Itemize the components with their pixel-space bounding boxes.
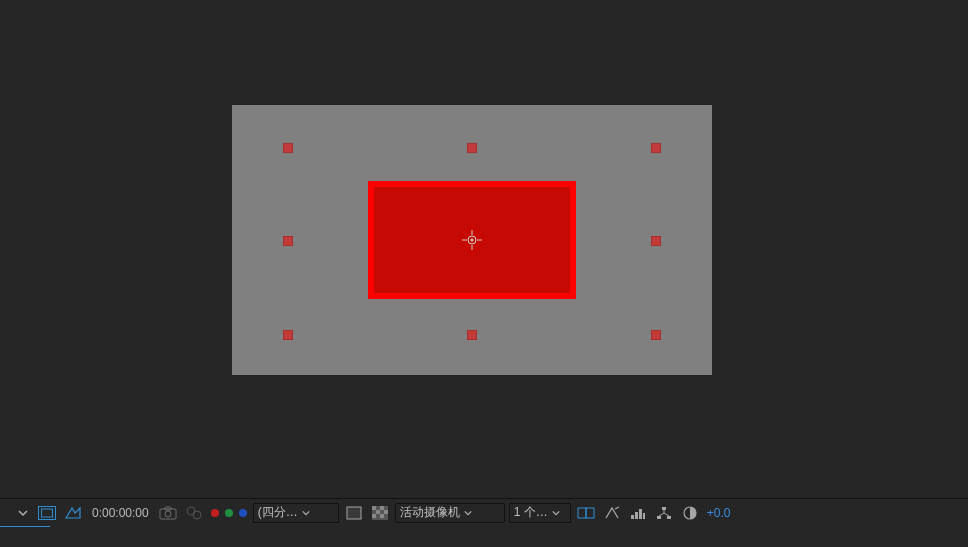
svg-rect-14 xyxy=(347,507,361,519)
cached-preview-line xyxy=(0,526,50,527)
svg-rect-24 xyxy=(631,515,634,519)
view-layout-dropdown[interactable]: 1 个… xyxy=(509,503,571,523)
active-camera-dropdown[interactable]: 活动摄像机 xyxy=(395,503,505,523)
handle-mr[interactable] xyxy=(651,236,661,246)
svg-point-11 xyxy=(187,507,195,515)
svg-line-32 xyxy=(659,513,664,516)
handle-bc[interactable] xyxy=(467,330,477,340)
handle-br[interactable] xyxy=(651,330,661,340)
svg-rect-25 xyxy=(635,512,638,519)
pixel-aspect-icon[interactable] xyxy=(575,502,597,524)
svg-rect-23 xyxy=(586,508,594,518)
mask-visibility-icon[interactable] xyxy=(62,502,84,524)
magnification-dropdown[interactable] xyxy=(14,503,32,523)
svg-line-33 xyxy=(664,513,669,516)
svg-rect-19 xyxy=(384,510,388,514)
handle-ml[interactable] xyxy=(283,236,293,246)
resolution-label: (四分… xyxy=(258,504,298,521)
svg-point-10 xyxy=(165,511,171,517)
svg-rect-21 xyxy=(380,514,384,518)
handle-tl[interactable] xyxy=(283,143,293,153)
show-snapshot-icon[interactable] xyxy=(183,502,205,524)
timeline-strip xyxy=(0,526,968,547)
active-camera-label: 活动摄像机 xyxy=(400,504,460,521)
chevron-down-icon xyxy=(302,509,310,517)
exposure-reset-icon[interactable] xyxy=(679,502,701,524)
current-time[interactable]: 0:00:00:00 xyxy=(88,506,153,520)
flowchart-icon[interactable] xyxy=(653,502,675,524)
svg-rect-27 xyxy=(643,513,645,519)
red-channel-icon[interactable] xyxy=(211,509,219,517)
svg-rect-7 xyxy=(42,509,53,517)
composition-canvas[interactable] xyxy=(232,105,712,375)
green-channel-icon[interactable] xyxy=(225,509,233,517)
svg-point-5 xyxy=(471,239,474,242)
timeline-icon[interactable] xyxy=(627,502,649,524)
svg-rect-20 xyxy=(372,514,376,518)
selected-solid-layer[interactable] xyxy=(368,181,576,299)
svg-rect-26 xyxy=(639,509,642,519)
handle-tc[interactable] xyxy=(467,143,477,153)
svg-rect-22 xyxy=(578,508,586,518)
anchor-point-icon xyxy=(462,230,482,250)
svg-rect-28 xyxy=(662,507,666,510)
channel-buttons[interactable] xyxy=(209,509,249,517)
svg-rect-16 xyxy=(372,506,376,510)
region-of-interest-icon[interactable] xyxy=(343,502,365,524)
svg-point-12 xyxy=(193,511,201,519)
svg-rect-18 xyxy=(376,510,380,514)
view-layout-label: 1 个… xyxy=(514,504,548,521)
exposure-value[interactable]: +0.0 xyxy=(705,506,731,520)
title-safe-icon[interactable] xyxy=(36,502,58,524)
chevron-down-icon xyxy=(552,509,560,517)
blue-channel-icon[interactable] xyxy=(239,509,247,517)
viewer-footer-toolbar: 0:00:00:00 (四分… xyxy=(0,498,968,526)
transparency-grid-icon[interactable] xyxy=(369,502,391,524)
snapshot-icon[interactable] xyxy=(157,502,179,524)
svg-point-0 xyxy=(468,236,476,244)
svg-rect-29 xyxy=(657,516,661,519)
fast-preview-icon[interactable] xyxy=(601,502,623,524)
chevron-down-icon xyxy=(464,509,472,517)
handle-bl[interactable] xyxy=(283,330,293,340)
svg-rect-30 xyxy=(667,516,671,519)
composition-viewer[interactable] xyxy=(0,0,968,498)
handle-tr[interactable] xyxy=(651,143,661,153)
svg-rect-17 xyxy=(380,506,384,510)
chevron-down-icon xyxy=(18,508,28,518)
resolution-dropdown[interactable]: (四分… xyxy=(253,503,339,523)
